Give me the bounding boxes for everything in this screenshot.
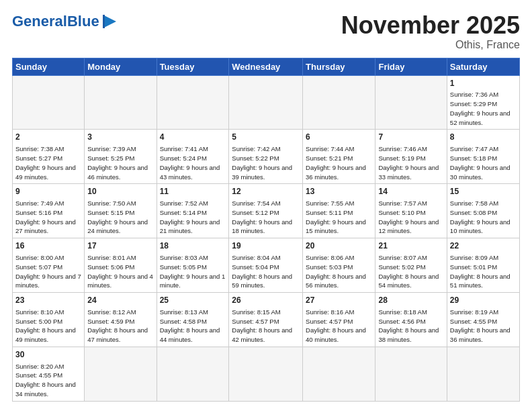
col-tuesday: Tuesday xyxy=(157,58,229,75)
title-block: November 2025 Othis, France xyxy=(341,12,520,51)
header: GeneralBlue November 2025 Othis, France xyxy=(12,12,520,51)
day-info: Sunrise: 7:41 AMSunset: 5:24 PMDaylight:… xyxy=(160,144,226,181)
calendar-cell-4-0: 23Sunrise: 8:10 AMSunset: 5:00 PMDayligh… xyxy=(13,293,85,347)
day-number: 5 xyxy=(232,132,300,143)
svg-marker-0 xyxy=(104,15,116,28)
week-row-1: 1Sunrise: 7:36 AMSunset: 5:29 PMDaylight… xyxy=(13,75,520,130)
day-number: 30 xyxy=(15,349,81,361)
day-info: Sunrise: 8:07 AMSunset: 5:02 PMDaylight:… xyxy=(378,253,443,290)
week-row-5: 23Sunrise: 8:10 AMSunset: 5:00 PMDayligh… xyxy=(13,293,520,347)
day-info: Sunrise: 8:04 AMSunset: 5:04 PMDaylight:… xyxy=(232,253,300,290)
day-number: 18 xyxy=(160,240,226,252)
day-number: 10 xyxy=(87,186,153,197)
week-row-4: 16Sunrise: 8:00 AMSunset: 5:07 PMDayligh… xyxy=(13,238,520,293)
day-info: Sunrise: 7:54 AMSunset: 5:12 PMDaylight:… xyxy=(232,199,300,236)
calendar-cell-5-1 xyxy=(85,347,157,401)
day-number: 24 xyxy=(87,295,153,306)
calendar-cell-5-3 xyxy=(229,347,303,401)
calendar-cell-4-1: 24Sunrise: 8:12 AMSunset: 4:59 PMDayligh… xyxy=(85,293,157,347)
calendar-cell-0-5 xyxy=(375,75,447,130)
day-number: 16 xyxy=(15,240,81,252)
day-info: Sunrise: 8:16 AMSunset: 4:57 PMDaylight:… xyxy=(306,308,372,345)
svg-rect-1 xyxy=(103,15,105,28)
calendar-cell-0-4 xyxy=(303,75,375,130)
calendar-cell-3-6: 22Sunrise: 8:09 AMSunset: 5:01 PMDayligh… xyxy=(447,238,519,293)
logo-icon xyxy=(101,12,120,31)
day-number: 11 xyxy=(160,186,226,197)
calendar-cell-3-0: 16Sunrise: 8:00 AMSunset: 5:07 PMDayligh… xyxy=(13,238,85,293)
day-info: Sunrise: 7:44 AMSunset: 5:21 PMDaylight:… xyxy=(306,144,372,181)
day-info: Sunrise: 7:50 AMSunset: 5:15 PMDaylight:… xyxy=(87,199,153,236)
day-info: Sunrise: 8:06 AMSunset: 5:03 PMDaylight:… xyxy=(306,253,372,290)
day-info: Sunrise: 8:01 AMSunset: 5:06 PMDaylight:… xyxy=(87,253,153,290)
month-title: November 2025 xyxy=(341,12,520,39)
day-info: Sunrise: 7:52 AMSunset: 5:14 PMDaylight:… xyxy=(160,199,226,236)
day-number: 23 xyxy=(15,295,81,306)
calendar-cell-5-4 xyxy=(303,347,375,401)
calendar-cell-1-0: 2Sunrise: 7:38 AMSunset: 5:27 PMDaylight… xyxy=(13,130,85,184)
calendar-cell-3-3: 19Sunrise: 8:04 AMSunset: 5:04 PMDayligh… xyxy=(229,238,303,293)
week-row-3: 9Sunrise: 7:49 AMSunset: 5:16 PMDaylight… xyxy=(13,184,520,238)
day-number: 4 xyxy=(160,132,226,143)
day-number: 28 xyxy=(378,295,443,306)
calendar-cell-5-5 xyxy=(375,347,447,401)
day-info: Sunrise: 8:03 AMSunset: 5:05 PMDaylight:… xyxy=(160,253,226,290)
logo: GeneralBlue xyxy=(12,12,120,31)
day-info: Sunrise: 7:46 AMSunset: 5:19 PMDaylight:… xyxy=(378,144,443,181)
day-number: 15 xyxy=(450,186,517,197)
day-number: 1 xyxy=(450,78,517,89)
calendar-cell-1-3: 5Sunrise: 7:42 AMSunset: 5:22 PMDaylight… xyxy=(229,130,303,184)
calendar-cell-2-2: 11Sunrise: 7:52 AMSunset: 5:14 PMDayligh… xyxy=(157,184,229,238)
calendar-cell-4-3: 26Sunrise: 8:15 AMSunset: 4:57 PMDayligh… xyxy=(229,293,303,347)
day-info: Sunrise: 8:15 AMSunset: 4:57 PMDaylight:… xyxy=(232,308,300,345)
calendar-cell-1-5: 7Sunrise: 7:46 AMSunset: 5:19 PMDaylight… xyxy=(375,130,447,184)
day-number: 13 xyxy=(306,186,372,197)
day-number: 27 xyxy=(306,295,372,306)
col-wednesday: Wednesday xyxy=(229,58,303,75)
calendar-cell-1-6: 8Sunrise: 7:47 AMSunset: 5:18 PMDaylight… xyxy=(447,130,519,184)
calendar-cell-4-4: 27Sunrise: 8:16 AMSunset: 4:57 PMDayligh… xyxy=(303,293,375,347)
calendar-table: Sunday Monday Tuesday Wednesday Thursday… xyxy=(12,58,520,402)
day-number: 3 xyxy=(87,132,153,143)
day-number: 17 xyxy=(87,240,153,252)
day-info: Sunrise: 8:00 AMSunset: 5:07 PMDaylight:… xyxy=(15,253,81,290)
day-number: 6 xyxy=(306,132,372,143)
day-info: Sunrise: 7:58 AMSunset: 5:08 PMDaylight:… xyxy=(450,199,517,236)
day-number: 8 xyxy=(450,132,517,143)
week-row-2: 2Sunrise: 7:38 AMSunset: 5:27 PMDaylight… xyxy=(13,130,520,184)
calendar-cell-4-2: 25Sunrise: 8:13 AMSunset: 4:58 PMDayligh… xyxy=(157,293,229,347)
day-info: Sunrise: 8:09 AMSunset: 5:01 PMDaylight:… xyxy=(450,253,517,290)
calendar-cell-2-1: 10Sunrise: 7:50 AMSunset: 5:15 PMDayligh… xyxy=(85,184,157,238)
day-number: 20 xyxy=(306,240,372,252)
day-number: 25 xyxy=(160,295,226,306)
day-number: 12 xyxy=(232,186,300,197)
day-number: 29 xyxy=(450,295,517,306)
page: GeneralBlue November 2025 Othis, France … xyxy=(0,0,532,408)
location: Othis, France xyxy=(341,39,520,51)
day-info: Sunrise: 7:39 AMSunset: 5:25 PMDaylight:… xyxy=(87,144,153,181)
col-thursday: Thursday xyxy=(303,58,375,75)
day-info: Sunrise: 8:20 AMSunset: 4:55 PMDaylight:… xyxy=(15,362,81,399)
day-number: 7 xyxy=(378,132,443,143)
calendar-cell-0-2 xyxy=(157,75,229,130)
col-sunday: Sunday xyxy=(13,58,85,75)
calendar-cell-1-1: 3Sunrise: 7:39 AMSunset: 5:25 PMDaylight… xyxy=(85,130,157,184)
col-saturday: Saturday xyxy=(447,58,519,75)
calendar-cell-0-6: 1Sunrise: 7:36 AMSunset: 5:29 PMDaylight… xyxy=(447,75,519,130)
calendar-cell-4-6: 29Sunrise: 8:19 AMSunset: 4:55 PMDayligh… xyxy=(447,293,519,347)
calendar-cell-3-1: 17Sunrise: 8:01 AMSunset: 5:06 PMDayligh… xyxy=(85,238,157,293)
calendar-cell-2-4: 13Sunrise: 7:55 AMSunset: 5:11 PMDayligh… xyxy=(303,184,375,238)
day-info: Sunrise: 7:47 AMSunset: 5:18 PMDaylight:… xyxy=(450,144,517,181)
week-row-6: 30Sunrise: 8:20 AMSunset: 4:55 PMDayligh… xyxy=(13,347,520,401)
day-number: 26 xyxy=(232,295,300,306)
logo-blue: Blue xyxy=(67,13,99,30)
day-info: Sunrise: 7:38 AMSunset: 5:27 PMDaylight:… xyxy=(15,144,81,181)
day-number: 14 xyxy=(378,186,443,197)
day-info: Sunrise: 7:36 AMSunset: 5:29 PMDaylight:… xyxy=(450,90,517,127)
calendar-cell-0-1 xyxy=(85,75,157,130)
logo-general: General xyxy=(12,13,67,30)
calendar-cell-5-0: 30Sunrise: 8:20 AMSunset: 4:55 PMDayligh… xyxy=(13,347,85,401)
day-info: Sunrise: 8:18 AMSunset: 4:56 PMDaylight:… xyxy=(378,308,443,345)
day-info: Sunrise: 8:10 AMSunset: 5:00 PMDaylight:… xyxy=(15,308,81,345)
calendar-cell-0-0 xyxy=(13,75,85,130)
